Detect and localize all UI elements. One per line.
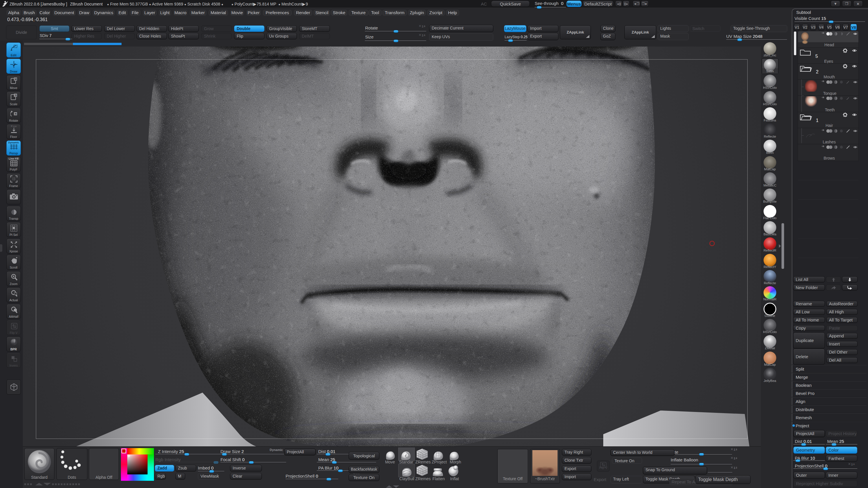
svg-text:S: S xyxy=(15,94,17,97)
svg-text:M: M xyxy=(15,78,17,80)
svg-text:R: R xyxy=(15,112,17,116)
